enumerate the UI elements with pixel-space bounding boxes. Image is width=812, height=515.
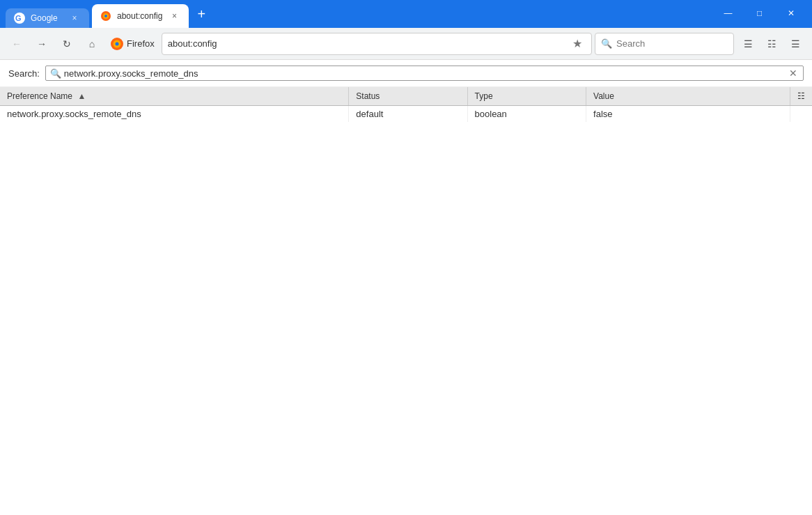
tab-google-label: Google bbox=[31, 13, 63, 23]
browser-search-icon: 🔍 bbox=[601, 38, 612, 49]
browser-search-input[interactable] bbox=[616, 38, 733, 49]
row-type: boolean bbox=[467, 106, 586, 123]
svg-point-4 bbox=[104, 15, 107, 17]
google-favicon-icon: G bbox=[14, 13, 25, 24]
config-table-body: network.proxy.socks_remote_dns default b… bbox=[0, 106, 812, 123]
nav-bar: ← → ↻ ⌂ Firefox ★ 🔍 ☰ ☷ ☰ bbox=[0, 28, 812, 60]
menu-button[interactable]: ☰ bbox=[784, 33, 806, 55]
tab-google[interactable]: G Google × bbox=[6, 8, 89, 28]
row-value: false bbox=[586, 106, 790, 123]
window-controls: — □ ✕ bbox=[707, 0, 812, 24]
bookmark-star-button[interactable]: ★ bbox=[569, 36, 586, 52]
browser-search-bar[interactable]: 🔍 bbox=[595, 33, 734, 55]
home-button[interactable]: ⌂ bbox=[81, 33, 103, 55]
library-button[interactable]: ☰ bbox=[737, 33, 759, 55]
th-status-label: Status bbox=[356, 91, 380, 101]
search-label: Search: bbox=[8, 68, 40, 79]
toolbar-right: ☰ ☷ ☰ bbox=[737, 33, 806, 55]
config-search-input[interactable] bbox=[64, 68, 785, 79]
tab-about-config-close[interactable]: × bbox=[168, 10, 180, 22]
firefox-favicon-icon bbox=[100, 10, 111, 22]
config-search-row: Search: 🔍 ✕ bbox=[0, 60, 812, 87]
th-status[interactable]: Status bbox=[349, 87, 467, 106]
th-value[interactable]: Value bbox=[586, 87, 790, 106]
new-tab-button[interactable]: + bbox=[192, 4, 211, 24]
th-type[interactable]: Type bbox=[467, 87, 586, 106]
tab-about-config[interactable]: about:config × bbox=[92, 4, 189, 28]
config-search-field[interactable]: 🔍 ✕ bbox=[45, 66, 804, 81]
firefox-logo-icon bbox=[110, 37, 124, 51]
col-toggle-icon[interactable]: ☷ bbox=[797, 91, 805, 101]
address-bar[interactable]: ★ bbox=[162, 33, 592, 55]
row-status: default bbox=[349, 106, 467, 123]
row-actions bbox=[790, 106, 813, 123]
firefox-label: Firefox bbox=[127, 38, 155, 49]
table-row: network.proxy.socks_remote_dns default b… bbox=[0, 106, 812, 123]
svg-text:G: G bbox=[15, 14, 22, 22]
th-type-label: Type bbox=[475, 91, 493, 101]
tab-google-close[interactable]: × bbox=[68, 12, 81, 24]
page-content: Search: 🔍 ✕ Preference Name ▲ Status Typ… bbox=[0, 60, 812, 515]
th-pref-name[interactable]: Preference Name ▲ bbox=[0, 87, 349, 106]
th-value-label: Value bbox=[593, 91, 614, 101]
firefox-logo: Firefox bbox=[106, 37, 159, 51]
row-pref-name: network.proxy.socks_remote_dns bbox=[0, 106, 349, 123]
clear-search-button[interactable]: ✕ bbox=[788, 68, 799, 79]
back-button[interactable]: ← bbox=[6, 33, 28, 55]
maximize-button[interactable]: □ bbox=[744, 3, 775, 24]
close-button[interactable]: ✕ bbox=[775, 3, 806, 24]
reload-button[interactable]: ↻ bbox=[56, 33, 78, 55]
th-pref-name-label: Preference Name bbox=[7, 91, 72, 101]
title-bar: G Google × about:config × + — □ ✕ bbox=[0, 0, 812, 28]
address-input[interactable] bbox=[168, 38, 565, 49]
svg-point-7 bbox=[116, 42, 119, 45]
tab-about-config-label: about:config bbox=[117, 11, 162, 21]
forward-button[interactable]: → bbox=[31, 33, 53, 55]
sort-asc-icon: ▲ bbox=[77, 91, 86, 101]
config-table: Preference Name ▲ Status Type Value ☷ bbox=[0, 87, 812, 122]
table-header-row: Preference Name ▲ Status Type Value ☷ bbox=[0, 87, 812, 106]
config-search-icon: 🔍 bbox=[50, 68, 61, 79]
tabs-area: G Google × about:config × + bbox=[0, 0, 707, 28]
sidebar-button[interactable]: ☷ bbox=[760, 33, 783, 55]
th-actions: ☷ bbox=[790, 87, 813, 106]
minimize-button[interactable]: — bbox=[712, 3, 744, 24]
